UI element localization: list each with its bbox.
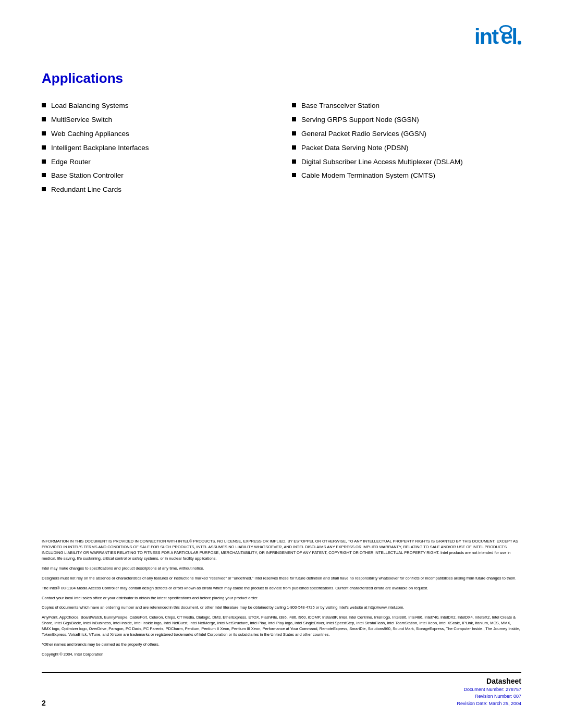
list-item: Digital Subscriber Line Access Multiplex…: [292, 157, 521, 167]
list-item: Serving GRPS Support Node (SGSN): [292, 115, 521, 125]
bullet-icon: [42, 187, 46, 191]
list-item: General Packet Radio Services (GGSN): [292, 129, 521, 139]
page: int el Applications Load Balancing Syste…: [0, 0, 563, 728]
list-item: Web Caching Appliances: [42, 129, 271, 139]
list-item: Intelligent Backplane Interfaces: [42, 143, 271, 153]
bullet-icon: [42, 159, 46, 164]
list-item-text: Edge Router: [51, 157, 91, 167]
bullet-icon: [292, 145, 296, 150]
right-bullet-list: Base Transceiver StationServing GRPS Sup…: [292, 101, 521, 181]
bullet-icon: [42, 131, 46, 135]
left-column: Load Balancing SystemsMultiService Switc…: [42, 101, 282, 199]
legal-block-1: INFORMATION IN THIS DOCUMENT IS PROVIDED…: [42, 539, 521, 562]
bullet-icon: [42, 145, 46, 150]
list-item-text: Serving GRPS Support Node (SGSN): [301, 115, 419, 125]
list-item-text: Cable Modem Termination System (CMTS): [301, 171, 435, 181]
header: int el: [42, 21, 521, 50]
applications-content: Load Balancing SystemsMultiService Switc…: [42, 101, 521, 199]
list-item: Base Transceiver Station: [292, 101, 521, 111]
bullet-icon: [42, 173, 46, 177]
bullet-icon: [292, 159, 296, 164]
revision-number: Revision Number: 007: [475, 694, 521, 699]
footer: 2 Datasheet Document Number: 278757 Revi…: [42, 672, 521, 708]
page-title: Applications: [42, 70, 521, 87]
bullet-icon: [292, 103, 296, 107]
list-item-text: Intelligent Backplane Interfaces: [51, 143, 149, 153]
svg-text:el: el: [500, 24, 517, 48]
list-item-text: MultiService Switch: [51, 115, 112, 125]
list-item-text: General Packet Radio Services (GGSN): [301, 129, 426, 139]
legal-block-3: Designers must not rely on the absence o…: [42, 576, 521, 582]
page-number: 2: [42, 699, 46, 707]
list-item-text: Base Transceiver Station: [301, 101, 380, 111]
list-item: Base Station Controller: [42, 171, 271, 181]
list-item: Packet Data Serving Note (PDSN): [292, 143, 521, 153]
bullet-icon: [42, 117, 46, 121]
legal-block-4: The Intel® IXF1104 Media Access Controll…: [42, 586, 521, 591]
bullet-icon: [292, 117, 296, 121]
bullet-icon: [42, 103, 46, 107]
list-item-text: Redundant Line Cards: [51, 185, 121, 195]
svg-point-3: [518, 41, 521, 44]
legal-section: INFORMATION IN THIS DOCUMENT IS PROVIDED…: [42, 523, 521, 661]
list-item-text: Packet Data Serving Note (PDSN): [301, 143, 409, 153]
list-item-text: Digital Subscriber Line Access Multiplex…: [301, 157, 463, 167]
legal-block-7: AnyPoint, AppChoice, BoardWatch, BunnyPe…: [42, 615, 521, 638]
bullet-icon: [292, 131, 296, 135]
legal-block-8: *Other names and brands may be claimed a…: [42, 642, 521, 648]
list-item: Cable Modem Termination System (CMTS): [292, 171, 521, 181]
legal-block-5: Contact your local Intel sales office or…: [42, 596, 521, 601]
revision-date: Revision Date: March 25, 2004: [457, 701, 521, 706]
list-item: Redundant Line Cards: [42, 185, 271, 195]
bullet-icon: [292, 173, 296, 177]
list-item-text: Web Caching Appliances: [51, 129, 129, 139]
right-column: Base Transceiver StationServing GRPS Sup…: [282, 101, 521, 199]
list-item-text: Load Balancing Systems: [51, 101, 129, 111]
footer-right: Datasheet Document Number: 278757 Revisi…: [457, 677, 521, 708]
left-bullet-list: Load Balancing SystemsMultiService Switc…: [42, 101, 271, 195]
list-item-text: Base Station Controller: [51, 171, 124, 181]
legal-block-6: Copies of documents which have an orderi…: [42, 605, 521, 611]
legal-block-9: Copyright © 2004, Intel Corporation: [42, 652, 521, 658]
list-item: Edge Router: [42, 157, 271, 167]
list-item: MultiService Switch: [42, 115, 271, 125]
list-item: Load Balancing Systems: [42, 101, 271, 111]
intel-logo: int el: [474, 21, 521, 50]
svg-text:int: int: [474, 24, 499, 48]
datasheet-label: Datasheet: [457, 677, 521, 685]
doc-number: Document Number: 278757: [463, 687, 521, 692]
legal-block-2: Intel may make changes to specifications…: [42, 566, 521, 572]
doc-info: Document Number: 278757 Revision Number:…: [457, 686, 521, 708]
